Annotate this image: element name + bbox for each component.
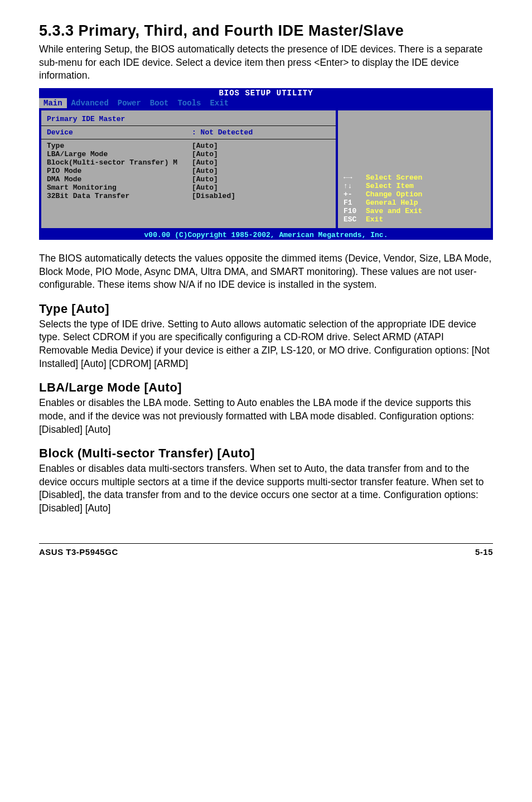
bios-tab-exit[interactable]: Exit xyxy=(205,98,233,108)
bios-help-key: F10 xyxy=(344,207,366,215)
bios-help-row: F1 General Help xyxy=(344,199,485,207)
intro-paragraph: While entering Setup, the BIOS automatic… xyxy=(39,43,493,83)
bios-help-text: Select Screen xyxy=(366,173,422,182)
bios-setting-row[interactable]: LBA/Large Mode [Auto] xyxy=(47,150,330,158)
bios-setting-label: Block(Multi-sector Transfer) M xyxy=(47,158,192,167)
block-heading: Block (Multi-sector Transfer) [Auto] xyxy=(39,446,493,461)
bios-device-value: : Not Detected xyxy=(192,128,253,137)
bios-setting-row[interactable]: Block(Multi-sector Transfer) M [Auto] xyxy=(47,158,330,167)
bios-setting-label: DMA Mode xyxy=(47,175,192,183)
bios-help-panel: ←→ Select Screen ↑↓ Select Item +- Chang… xyxy=(338,110,491,228)
bios-setting-value: [Disabled] xyxy=(192,192,235,200)
bios-body: Primary IDE Master Device : Not Detected… xyxy=(39,108,493,230)
bios-help-key: ←→ xyxy=(344,173,366,182)
bios-setting-row[interactable]: PIO Mode [Auto] xyxy=(47,167,330,175)
bios-setting-value: [Auto] xyxy=(192,183,218,192)
bios-help-key: ESC xyxy=(344,215,366,224)
footer-product: ASUS T3-P5945GC xyxy=(39,547,118,557)
bios-left-panel: Primary IDE Master Device : Not Detected… xyxy=(41,110,336,228)
bios-help-row: F10 Save and Exit xyxy=(344,207,485,215)
lba-body: Enables or disables the LBA mode. Settin… xyxy=(39,397,493,436)
bios-help-row: ↑↓ Select Item xyxy=(344,182,485,190)
bios-tab-bar: Main Advanced Power Boot Tools Exit xyxy=(39,98,493,108)
bios-screenshot: BIOS SETUP UTILITY Main Advanced Power B… xyxy=(39,88,493,240)
bios-setting-row[interactable]: 32Bit Data Transfer [Disabled] xyxy=(47,192,330,200)
bios-setting-value: [Auto] xyxy=(192,142,218,150)
type-heading: Type [Auto] xyxy=(39,302,493,316)
footer-page-number: 5-15 xyxy=(475,547,493,557)
bios-tab-advanced[interactable]: Advanced xyxy=(67,98,113,108)
bios-setting-label: Type xyxy=(47,142,192,150)
bios-setting-label: 32Bit Data Transfer xyxy=(47,192,192,200)
bios-tab-boot[interactable]: Boot xyxy=(146,98,173,108)
bios-help-text: Exit xyxy=(366,215,383,224)
block-body: Enables or disables data multi-sectors t… xyxy=(39,462,493,515)
bios-tab-tools[interactable]: Tools xyxy=(173,98,205,108)
bios-copyright: v00.00 (C)Copyright 1985-2002, American … xyxy=(39,230,493,240)
bios-divider xyxy=(41,139,336,139)
lba-heading: LBA/Large Mode [Auto] xyxy=(39,380,493,395)
bios-setting-value: [Auto] xyxy=(192,150,218,158)
bios-setting-row[interactable]: DMA Mode [Auto] xyxy=(47,175,330,183)
bios-setting-row[interactable]: Type [Auto] xyxy=(47,142,330,150)
section-number-title: 5.3.3 Primary, Third, and Fourth IDE Mas… xyxy=(39,22,493,40)
bios-setting-label: PIO Mode xyxy=(47,167,192,175)
bios-title: BIOS SETUP UTILITY xyxy=(39,88,493,98)
bios-panel-title: Primary IDE Master xyxy=(47,115,330,123)
bios-help-text: Change Option xyxy=(366,190,422,199)
bios-tab-main[interactable]: Main xyxy=(39,98,67,108)
bios-tab-power[interactable]: Power xyxy=(113,98,146,108)
page-footer: ASUS T3-P5945GC 5-15 xyxy=(39,543,493,557)
bios-help-text: Save and Exit xyxy=(366,207,422,215)
bios-setting-value: [Auto] xyxy=(192,158,218,167)
bios-help-key: ↑↓ xyxy=(344,182,366,190)
bios-help-key: F1 xyxy=(344,199,366,207)
bios-help-text: Select Item xyxy=(366,182,414,190)
bios-help-row: ESC Exit xyxy=(344,215,485,224)
bios-help-row: ←→ Select Screen xyxy=(344,173,485,182)
bios-help-key: +- xyxy=(344,190,366,199)
bios-help-text: General Help xyxy=(366,199,418,207)
bios-device-label: Device xyxy=(47,128,192,137)
bios-setting-value: [Auto] xyxy=(192,167,218,175)
type-body: Selects the type of IDE drive. Setting t… xyxy=(39,318,493,371)
bios-setting-value: [Auto] xyxy=(192,175,218,183)
bios-setting-label: Smart Monitoring xyxy=(47,183,192,192)
bios-help-row: +- Change Option xyxy=(344,190,485,199)
post-bios-paragraph: The BIOS automatically detects the value… xyxy=(39,252,493,292)
bios-setting-label: LBA/Large Mode xyxy=(47,150,192,158)
bios-setting-row[interactable]: Smart Monitoring [Auto] xyxy=(47,183,330,192)
bios-divider xyxy=(41,125,336,126)
bios-device-row: Device : Not Detected xyxy=(47,128,330,137)
